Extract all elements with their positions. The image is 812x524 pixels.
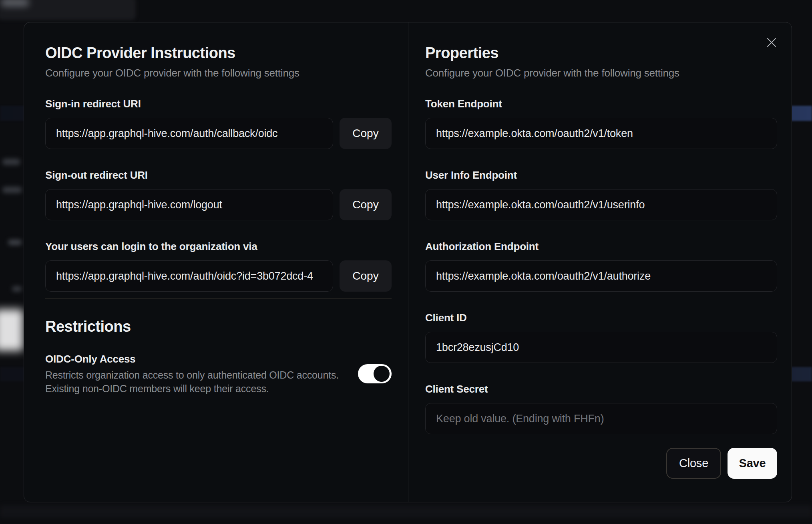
properties-title: Properties [425,43,777,62]
oidc-only-access-text: OIDC-Only Access Restricts organization … [45,352,358,395]
user-info-endpoint-label: User Info Endpoint [425,168,777,182]
toggle-knob [374,366,390,382]
instructions-column: OIDC Provider Instructions Configure you… [24,22,408,502]
client-secret-row [425,403,777,434]
authorization-endpoint-input[interactable] [425,260,777,292]
copy-sign-out-button[interactable]: Copy [340,189,392,220]
client-id-label: Client ID [425,311,777,324]
sign-out-redirect-input[interactable] [45,189,333,220]
sign-in-redirect-input[interactable] [45,118,333,149]
copy-login-url-button[interactable]: Copy [340,260,392,292]
user-info-endpoint-row [425,189,777,220]
blurred-background-logo [1,0,29,6]
client-secret-input[interactable] [425,403,777,434]
blurred-background-text [2,187,22,193]
section-divider [45,298,392,298]
token-endpoint-row [425,118,777,149]
oidc-settings-dialog: OIDC Provider Instructions Configure you… [24,22,792,502]
restrictions-title: Restrictions [45,317,392,336]
close-icon[interactable] [766,37,777,48]
instructions-subtitle: Configure your OIDC provider with the fo… [45,67,392,79]
token-endpoint-label: Token Endpoint [425,97,777,111]
close-button[interactable]: Close [666,448,721,479]
copy-sign-in-button[interactable]: Copy [340,118,392,149]
properties-column: Properties Configure your OIDC provider … [408,22,792,502]
save-button[interactable]: Save [728,448,777,479]
oidc-only-access-label: OIDC-Only Access [45,352,346,366]
background-divider-band [0,506,812,518]
client-secret-label: Client Secret [425,382,777,396]
blurred-background-text [2,159,20,165]
description-line: Existing non-OIDC members will keep thei… [45,382,346,395]
instructions-title: OIDC Provider Instructions [45,43,392,62]
oidc-only-toggle[interactable] [358,364,392,383]
sign-in-redirect-label: Sign-in redirect URI [45,97,392,111]
blurred-background-text [12,286,22,292]
login-url-input[interactable] [45,260,333,292]
properties-subtitle: Configure your OIDC provider with the fo… [425,67,777,79]
description-line: Restricts organization access to only au… [45,368,346,382]
login-url-label: Your users can login to the organization… [45,240,392,253]
user-info-endpoint-input[interactable] [425,189,777,220]
authorization-endpoint-row [425,260,777,292]
token-endpoint-input[interactable] [425,118,777,149]
sign-out-redirect-row: Copy [45,189,392,220]
sign-out-redirect-label: Sign-out redirect URI [45,168,392,182]
client-id-row [425,332,777,363]
oidc-only-access-row: OIDC-Only Access Restricts organization … [45,352,392,395]
blurred-background-text [8,240,22,245]
authorization-endpoint-label: Authorization Endpoint [425,240,777,253]
client-id-input[interactable] [425,332,777,363]
oidc-only-access-description: Restricts organization access to only au… [45,368,346,395]
login-url-row: Copy [45,260,392,292]
sign-in-redirect-row: Copy [45,118,392,149]
blurred-background-button [0,309,23,351]
dialog-actions: Close Save [425,448,777,479]
